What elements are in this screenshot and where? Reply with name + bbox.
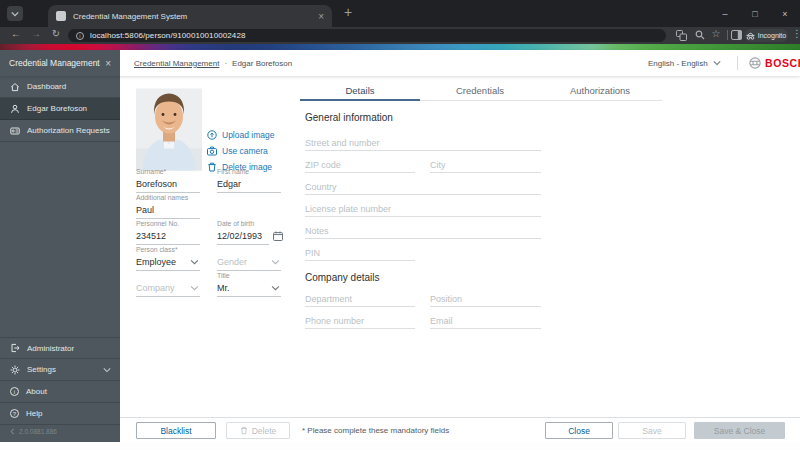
chevron-down-icon (11, 11, 19, 17)
language-label: English - English (648, 59, 708, 68)
personnel-no-label: Personnel No. (136, 220, 200, 229)
window-minimize-button[interactable]: – (710, 9, 740, 19)
tab-search-button[interactable] (7, 6, 23, 21)
first-name-input[interactable]: Edgar (217, 177, 281, 193)
use-camera-button[interactable]: Use camera (207, 146, 268, 156)
person-class-value: Employee (136, 257, 176, 267)
zip-code-field[interactable]: ZIP code (305, 159, 415, 173)
language-selector[interactable]: English - English (648, 50, 721, 76)
gender-select[interactable]: Gender (217, 255, 281, 271)
gender-placeholder: Gender (217, 257, 247, 267)
chevron-down-icon (271, 285, 280, 291)
company-select[interactable]: Company (136, 281, 200, 297)
title-value: Mr. (217, 283, 230, 293)
sidebar: Dashboard Edgar Borefoson Authorization … (0, 76, 120, 442)
pin-field[interactable]: PIN (305, 247, 415, 261)
site-info-icon[interactable]: i (76, 32, 84, 40)
reload-icon[interactable]: ↻ (48, 28, 64, 39)
use-camera-label: Use camera (222, 146, 268, 156)
side-panel-icon[interactable] (731, 30, 742, 40)
page-bottom-strip (0, 442, 800, 450)
close-button[interactable]: Close (545, 422, 613, 439)
incognito-icon (746, 32, 755, 40)
camera-icon (207, 146, 217, 156)
browser-tab[interactable]: Credential Management System × (48, 5, 332, 27)
window-controls: – □ × (710, 0, 800, 27)
notes-field[interactable]: Notes (305, 225, 541, 239)
window-maximize-button[interactable]: □ (740, 9, 770, 19)
date-of-birth-input[interactable]: 12/02/1993 (217, 229, 269, 245)
main-content: Upload image Use camera Delete image Sur… (120, 76, 800, 442)
incognito-badge: Incognito (744, 29, 788, 42)
trash-icon (240, 426, 248, 435)
bookmark-star-icon[interactable]: ☆ (708, 28, 724, 39)
save-button[interactable]: Save (618, 422, 686, 439)
sidebar-item-person[interactable]: Edgar Borefoson (0, 98, 120, 120)
position-field[interactable]: Position (430, 293, 541, 307)
badge-icon (10, 126, 20, 136)
chevron-down-icon (190, 285, 199, 291)
browser-menu-icon[interactable]: ⋮ (789, 28, 800, 39)
toolbar-divider (727, 30, 728, 40)
department-field[interactable]: Department (305, 293, 415, 307)
personnel-no-input[interactable]: 234512 (136, 229, 200, 245)
general-information-heading: General information (305, 112, 393, 123)
person-class-label: Person class* (136, 246, 200, 255)
tab-title: Credential Management System (73, 12, 312, 21)
tab-favicon-icon (56, 11, 66, 21)
blacklist-button[interactable]: Blacklist (136, 422, 216, 439)
additional-names-input[interactable]: Paul (136, 203, 200, 219)
license-plate-field[interactable]: License plate number (305, 203, 541, 217)
tab-close-icon[interactable]: × (318, 11, 324, 22)
save-and-close-button[interactable]: Save & Close (694, 422, 785, 439)
chevron-down-icon (271, 259, 280, 265)
sidebar-close-icon[interactable]: × (105, 58, 111, 69)
address-bar[interactable]: i localhost:5806/person/9100010010002428 (68, 29, 666, 42)
app-title: Credential Management (9, 58, 105, 68)
person-class-select[interactable]: Employee (136, 255, 200, 271)
sidebar-item-settings[interactable]: Settings (0, 359, 120, 381)
window-close-button[interactable]: × (770, 9, 800, 19)
tab-authorizations[interactable]: Authorizations (540, 82, 660, 101)
upload-image-button[interactable]: Upload image (207, 130, 274, 140)
country-field[interactable]: Country (305, 181, 541, 195)
tab-credentials[interactable]: Credentials (420, 82, 540, 101)
header-divider (737, 56, 738, 70)
sidebar-version: 2.0.0881.886 (10, 428, 57, 435)
email-field[interactable]: Email (430, 315, 541, 329)
delete-button[interactable]: Delete (226, 422, 290, 439)
surname-label: Surname* (136, 168, 200, 177)
phone-number-field[interactable]: Phone number (305, 315, 415, 329)
sidebar-item-administrator[interactable]: Administrator (0, 337, 120, 359)
sidebar-item-label: Settings (27, 365, 56, 374)
tab-details[interactable]: Details (300, 82, 420, 101)
home-icon (10, 82, 20, 92)
translate-icon[interactable] (676, 30, 687, 41)
breadcrumb-link[interactable]: Credential Management (134, 59, 219, 68)
breadcrumb: Credential Management · Edgar Borefoson (134, 50, 292, 76)
title-select[interactable]: Mr. (217, 281, 281, 297)
chevron-left-icon[interactable] (10, 428, 15, 435)
sidebar-item-authorization-requests[interactable]: Authorization Requests (0, 120, 120, 142)
gear-icon (10, 365, 20, 375)
street-and-number-field[interactable]: Street and number (305, 137, 541, 151)
new-tab-button[interactable]: + (344, 4, 352, 20)
back-icon[interactable]: ← (8, 28, 24, 39)
city-field[interactable]: City (430, 159, 541, 173)
company-label-spacer (136, 272, 200, 281)
search-icon[interactable] (695, 30, 705, 40)
sidebar-item-label: Administrator (27, 344, 74, 353)
app-header: Credential Management × Credential Manag… (0, 50, 800, 76)
sidebar-item-about[interactable]: i About (0, 381, 120, 403)
sidebar-item-dashboard[interactable]: Dashboard (0, 76, 120, 98)
chevron-down-icon (713, 60, 721, 66)
person-icon (10, 104, 20, 114)
calendar-icon[interactable] (273, 231, 283, 241)
chevron-down-icon (103, 367, 111, 373)
sidebar-header: Credential Management × (0, 50, 120, 76)
surname-input[interactable]: Borefoson (136, 177, 200, 193)
sidebar-item-label: Authorization Requests (27, 126, 110, 135)
forward-icon[interactable]: → (28, 28, 44, 39)
delete-label: Delete (252, 426, 277, 436)
sidebar-item-help[interactable]: ? Help (0, 403, 120, 425)
